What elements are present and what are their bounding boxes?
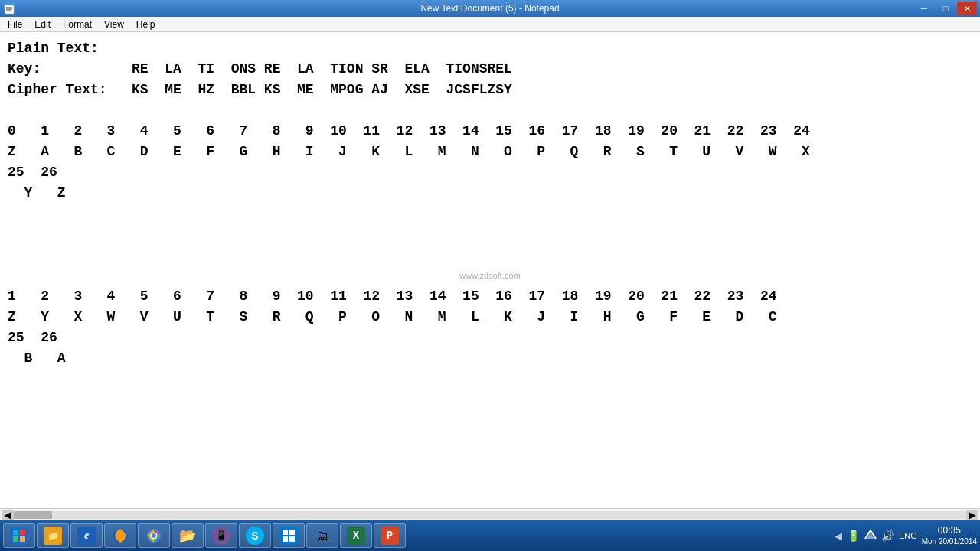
app-icon xyxy=(3,2,15,15)
powerpoint-icon: P xyxy=(381,527,399,545)
line-letters-1: Z A B C D E F G H I J K L M N O P Q R S … xyxy=(8,142,972,162)
excel-icon: X xyxy=(347,527,365,545)
scroll-track[interactable] xyxy=(14,511,966,519)
horizontal-scrollbar[interactable]: ◀ ▶ xyxy=(0,508,980,520)
taskbar-chrome[interactable] xyxy=(138,523,170,548)
line-2: Key: RE LA TI ONS RE LA TION SR ELA TION… xyxy=(8,59,972,80)
svg-rect-7 xyxy=(13,536,18,542)
hide-tray-button[interactable]: ◀ xyxy=(835,530,842,542)
window-controls[interactable]: ─ □ ✕ xyxy=(914,2,977,15)
system-tray: ◀ 🔋 🔊 ENG 00:35 Mon 20/01/2014 xyxy=(835,525,977,547)
taskbar-viber[interactable]: 📱 xyxy=(205,523,237,548)
taskbar-explorer[interactable]: 📁 xyxy=(37,523,69,548)
svg-rect-8 xyxy=(20,536,25,542)
metro-icon xyxy=(279,527,298,545)
menu-edit[interactable]: Edit xyxy=(28,18,57,31)
svg-rect-17 xyxy=(289,536,295,542)
menu-help[interactable]: Help xyxy=(130,18,162,31)
date-display: Mon 20/01/2014 xyxy=(922,536,977,546)
taskbar-ff[interactable] xyxy=(104,523,136,548)
svg-rect-15 xyxy=(289,530,295,535)
svg-rect-6 xyxy=(20,530,25,535)
scroll-left-button[interactable]: ◀ xyxy=(2,510,14,520)
line-1: Plain Text: xyxy=(8,38,972,59)
ie-icon: e xyxy=(77,527,96,545)
start-icon xyxy=(10,527,28,545)
title-bar: New Text Document (5) - Notepad ─ □ ✕ xyxy=(0,0,980,17)
line-numbers-2: 25 26 xyxy=(8,162,972,183)
svg-rect-5 xyxy=(13,530,18,535)
taskbar-ie[interactable]: e xyxy=(70,523,103,548)
taskbar-powerpoint[interactable]: P xyxy=(374,523,406,548)
battery-icon: 🔋 xyxy=(847,530,860,542)
window-title: New Text Document (5) - Notepad xyxy=(0,3,980,14)
scroll-thumb[interactable] xyxy=(14,511,52,519)
line-letters-2: Y Z xyxy=(8,183,972,204)
start-button[interactable] xyxy=(3,523,35,548)
line-numbers-1: 0 1 2 3 4 5 6 7 8 9 10 11 12 13 14 15 16… xyxy=(8,121,972,142)
chrome-icon xyxy=(145,527,163,545)
time-display: 00:35 xyxy=(922,525,977,537)
folder2-icon: 🗂 xyxy=(313,527,332,545)
menu-bar: File Edit Format View Help xyxy=(0,17,980,32)
line-numbers-3: 1 2 3 4 5 6 7 8 9 10 11 12 13 14 15 16 1… xyxy=(8,286,972,307)
svg-rect-16 xyxy=(283,536,288,542)
svg-rect-14 xyxy=(283,530,288,535)
volume-icon: 🔊 xyxy=(881,530,894,542)
taskbar-folder[interactable]: 📂 xyxy=(172,523,204,548)
title-bar-left xyxy=(3,2,15,15)
scroll-right-button[interactable]: ▶ xyxy=(966,510,978,520)
taskbar-metro[interactable] xyxy=(273,523,305,548)
line-letters-4: B A xyxy=(8,348,972,369)
taskbar-folder2[interactable]: 🗂 xyxy=(306,523,338,548)
menu-view[interactable]: View xyxy=(98,18,130,31)
minimize-button[interactable]: ─ xyxy=(914,2,934,15)
watermark: www.zdsoft.com xyxy=(459,269,520,282)
maximize-button[interactable]: □ xyxy=(936,2,956,15)
explorer-icon: 📁 xyxy=(44,527,62,545)
close-button[interactable]: ✕ xyxy=(957,2,977,15)
menu-file[interactable]: File xyxy=(2,18,28,31)
language-indicator[interactable]: ENG xyxy=(899,531,917,540)
folder-icon: 📂 xyxy=(178,527,197,545)
editor-area[interactable]: Plain Text: Key: RE LA TI ONS RE LA TION… xyxy=(0,32,980,508)
line-letters-3: Z Y X W V U T S R Q P O N M L K J I H G … xyxy=(8,307,972,328)
skype-icon: S xyxy=(246,527,264,545)
viber-icon: 📱 xyxy=(212,527,230,545)
taskbar-excel[interactable]: X xyxy=(340,523,372,548)
taskbar-skype[interactable]: S xyxy=(239,523,271,548)
taskbar: 📁 e 📂 📱 xyxy=(0,520,980,551)
firefox-icon xyxy=(111,527,129,545)
svg-rect-1 xyxy=(5,3,14,5)
line-3: Cipher Text: KS ME HZ BBL KS ME MPOG AJ … xyxy=(8,80,972,100)
network-icon xyxy=(864,530,877,543)
menu-format[interactable]: Format xyxy=(57,18,98,31)
clock: 00:35 Mon 20/01/2014 xyxy=(922,525,977,547)
svg-point-13 xyxy=(152,533,156,538)
line-numbers-4: 25 26 xyxy=(8,328,972,348)
